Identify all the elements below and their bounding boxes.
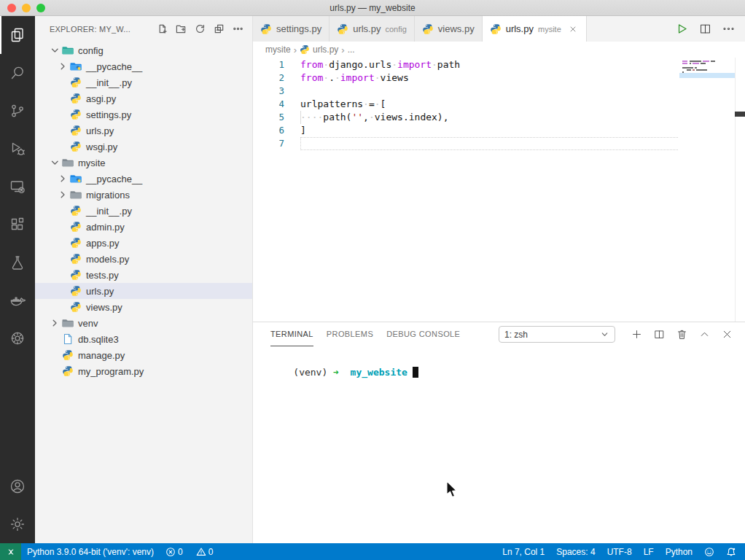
activity-testing[interactable]: [0, 244, 35, 281]
close-tab-button[interactable]: [568, 23, 579, 34]
code-token: path(: [323, 112, 351, 122]
docker-icon: [9, 292, 26, 309]
activity-remote-explorer[interactable]: [0, 168, 35, 206]
minimize-window-button[interactable]: [22, 4, 31, 12]
overview-ruler[interactable]: [735, 58, 745, 322]
status-eol-sequence[interactable]: LF: [638, 543, 660, 560]
status-warning-count: 0: [196, 547, 214, 557]
tab-views.py[interactable]: views.py: [415, 16, 483, 42]
refresh-explorer-button[interactable]: [193, 22, 207, 36]
activity-docker[interactable]: [0, 281, 35, 319]
chevron-right-icon[interactable]: [57, 173, 69, 184]
tree-item-models.py[interactable]: models.py: [35, 251, 252, 267]
status-notifications[interactable]: [720, 543, 742, 560]
breadcrumb-item-mysite[interactable]: mysite: [265, 44, 291, 55]
tree-item-__init__.py[interactable]: __init__.py: [35, 74, 252, 90]
activity-search[interactable]: [0, 54, 35, 92]
panel-tab-problems[interactable]: PROBLEMS: [327, 322, 373, 346]
activity-accounts[interactable]: [0, 467, 35, 505]
tree-item-__pycache__[interactable]: __pycache__: [35, 58, 252, 74]
tree-item-migrations[interactable]: migrations: [35, 187, 252, 203]
tab-urls.py-mysite[interactable]: urls.pymysite: [483, 16, 587, 42]
panel-tab-terminal[interactable]: TERMINAL: [270, 322, 313, 346]
status-indentation[interactable]: Spaces: 4: [550, 543, 601, 560]
breadcrumb-item-urls.py[interactable]: urls.py: [300, 44, 338, 55]
tree-indent-spacer: [57, 253, 69, 265]
activity-manage[interactable]: [0, 505, 35, 543]
python-icon: [337, 23, 348, 35]
status-python-interpreter[interactable]: Python 3.9.0 64-bit ('venv': venv): [21, 543, 160, 560]
code-line-3[interactable]: 3: [253, 85, 745, 98]
tree-item-db.sqlite3[interactable]: db.sqlite3: [35, 331, 252, 347]
activity-extensions[interactable]: [0, 206, 35, 244]
split-terminal-button[interactable]: [653, 328, 666, 341]
status-language-mode[interactable]: Python: [660, 543, 698, 560]
tree-item-my_program.py[interactable]: my_program.py: [35, 363, 252, 379]
code-line-4[interactable]: 4urlpatterns·=·[: [253, 98, 745, 111]
tree-item-venv[interactable]: venv: [35, 315, 252, 331]
tree-item-settings.py[interactable]: settings.py: [35, 106, 252, 122]
tree-item-asgi.py[interactable]: asgi.py: [35, 90, 252, 106]
status-cursor-position[interactable]: Ln 7, Col 1: [496, 543, 550, 560]
tree-item-label: apps.py: [86, 238, 120, 249]
split-editor-button[interactable]: [698, 22, 712, 36]
zoom-window-button[interactable]: [36, 4, 45, 12]
kill-terminal-button[interactable]: [676, 328, 688, 341]
code-line-7[interactable]: 7: [253, 137, 745, 150]
status-feedback[interactable]: [698, 543, 720, 560]
tree-item-__init__.py[interactable]: __init__.py: [35, 203, 252, 219]
breadcrumb-label: ...: [348, 44, 355, 55]
tree-item-config[interactable]: config: [35, 42, 252, 58]
activity-source-control[interactable]: [0, 92, 35, 130]
run-python-file-button[interactable]: [675, 22, 689, 36]
more-actions-button[interactable]: [231, 22, 245, 36]
tree-item-urls.py[interactable]: urls.py: [35, 122, 252, 139]
tree-item-tests.py[interactable]: tests.py: [35, 267, 252, 283]
new-file-icon: [157, 23, 168, 34]
new-folder-button[interactable]: [174, 22, 188, 36]
status-encoding[interactable]: UTF-8: [601, 543, 638, 560]
tab-settings.py[interactable]: settings.py: [253, 16, 329, 42]
panel-tab-debug-console[interactable]: DEBUG CONSOLE: [386, 322, 460, 346]
status-problems[interactable]: 00: [160, 543, 219, 560]
code-line-1[interactable]: 1from·django.urls·import·path: [253, 58, 745, 71]
tree-item-admin.py[interactable]: admin.py: [35, 219, 252, 235]
chevron-down-icon[interactable]: [49, 157, 61, 168]
chevron-right-icon[interactable]: [57, 61, 69, 72]
chevron-right-icon[interactable]: [49, 317, 61, 329]
close-window-button[interactable]: [7, 4, 16, 12]
more-editor-actions-button[interactable]: [722, 22, 736, 36]
tree-item-views.py[interactable]: views.py: [35, 299, 252, 315]
tab-urls.py-config[interactable]: urls.pyconfig: [329, 16, 415, 42]
activity-explorer[interactable]: [0, 16, 35, 54]
breadcrumb-item-...[interactable]: ...: [348, 44, 355, 55]
chevron-down-icon[interactable]: [49, 44, 61, 56]
new-file-button[interactable]: [155, 22, 169, 36]
tree-item-manage.py[interactable]: manage.py: [35, 347, 252, 363]
tree-item-mysite[interactable]: mysite: [35, 155, 252, 171]
code-line-2[interactable]: 2from·.·import·views: [253, 71, 745, 85]
code-line-5[interactable]: 5····path('',·views.index),: [253, 111, 745, 124]
code-editor[interactable]: 1from·django.urls·import·path2from·.·imp…: [253, 58, 745, 322]
code-line-6[interactable]: 6]: [253, 124, 745, 137]
maximize-panel-button[interactable]: [698, 328, 711, 341]
activity-extension-gear[interactable]: [0, 319, 35, 357]
collapse-folders-button[interactable]: [212, 22, 226, 36]
chevron-right-icon[interactable]: [57, 189, 69, 201]
activity-run-debug[interactable]: [0, 130, 35, 168]
new-terminal-button[interactable]: [631, 328, 643, 341]
close-panel-button[interactable]: [721, 328, 733, 341]
terminal-selector[interactable]: 1: zsh: [499, 326, 615, 343]
tree-item-label: urls.py: [86, 286, 114, 297]
terminal-content[interactable]: (venv) ➜ my_website: [253, 346, 745, 389]
tree-item-__pycache__[interactable]: __pycache__: [35, 171, 252, 187]
tree-item-wsgi.py[interactable]: wsgi.py: [35, 139, 252, 155]
tree-item-apps.py[interactable]: apps.py: [35, 235, 252, 251]
tree-item-urls.py[interactable]: urls.py: [35, 283, 252, 299]
new-folder-icon: [176, 23, 187, 34]
minimap[interactable]: [682, 61, 728, 141]
tree-item-label: urls.py: [86, 125, 114, 136]
status-remote-indicator[interactable]: [0, 543, 21, 560]
minimap-segment: [687, 69, 691, 71]
tree-indent-spacer: [57, 93, 69, 104]
